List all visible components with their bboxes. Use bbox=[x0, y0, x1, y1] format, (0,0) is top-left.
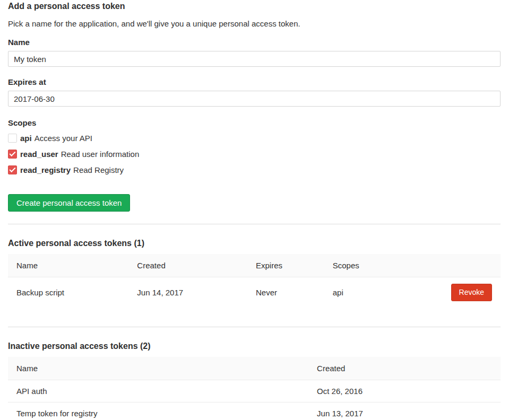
token-created-cell: Jun 13, 2017 bbox=[308, 402, 501, 420]
column-header-name: Name bbox=[8, 254, 128, 277]
page-description: Pick a name for the application, and we'… bbox=[8, 18, 501, 29]
scope-row-read-user: read_user Read user information bbox=[8, 150, 501, 159]
expires-at-label: Expires at bbox=[8, 77, 501, 86]
inactive-tokens-table: Name Created API auth Oct 26, 2016 Temp … bbox=[8, 357, 501, 420]
token-created-cell: Oct 26, 2016 bbox=[308, 380, 501, 402]
token-name-cell: API auth bbox=[8, 380, 308, 402]
create-token-button[interactable]: Create personal access token bbox=[8, 194, 130, 212]
active-tokens-header-row: Name Created Expires Scopes bbox=[8, 254, 501, 277]
inactive-tokens-title: Inactive personal access tokens (2) bbox=[8, 342, 501, 351]
active-tokens-title: Active personal access tokens (1) bbox=[8, 239, 501, 248]
revoke-button[interactable]: Revoke bbox=[451, 284, 492, 301]
page-title: Add a personal access token bbox=[8, 1, 501, 12]
scope-row-read-registry: read_registry Read Registry bbox=[8, 165, 501, 174]
column-header-expires: Expires bbox=[247, 254, 324, 277]
name-input[interactable] bbox=[8, 51, 501, 67]
section-divider bbox=[8, 327, 501, 327]
scopes-label: Scopes bbox=[8, 118, 501, 127]
table-row: API auth Oct 26, 2016 bbox=[8, 380, 501, 402]
column-header-actions bbox=[419, 254, 501, 277]
scope-description: Read Registry bbox=[73, 165, 124, 174]
name-form-group: Name bbox=[8, 38, 501, 67]
scope-description: Access your API bbox=[34, 134, 92, 143]
token-name-cell: Backup script bbox=[8, 277, 128, 308]
name-label: Name bbox=[8, 38, 501, 47]
personal-access-tokens-page: Add a personal access token Pick a name … bbox=[0, 0, 509, 420]
token-name-cell: Temp token for registry bbox=[8, 402, 308, 420]
active-tokens-table: Name Created Expires Scopes Backup scrip… bbox=[8, 254, 501, 308]
table-row: Backup script Jun 14, 2017 Never api Rev… bbox=[8, 277, 501, 308]
scope-checkbox-read-registry[interactable] bbox=[8, 165, 17, 174]
scope-row-api: api Access your API bbox=[8, 134, 501, 143]
inactive-tokens-header-row: Name Created bbox=[8, 357, 501, 380]
token-expires-cell: Never bbox=[247, 277, 324, 308]
section-divider bbox=[8, 224, 501, 224]
scope-name: read_registry bbox=[20, 165, 71, 174]
column-header-created: Created bbox=[128, 254, 247, 277]
scope-checkbox-read-user[interactable] bbox=[8, 150, 17, 159]
column-header-name: Name bbox=[8, 357, 308, 380]
expires-at-input[interactable] bbox=[8, 91, 501, 107]
scope-name: api bbox=[20, 134, 32, 143]
expires-form-group: Expires at bbox=[8, 77, 501, 107]
scope-name: read_user bbox=[20, 150, 58, 159]
column-header-created: Created bbox=[308, 357, 501, 380]
token-created-cell: Jun 14, 2017 bbox=[128, 277, 247, 308]
column-header-scopes: Scopes bbox=[324, 254, 419, 277]
token-action-cell: Revoke bbox=[419, 277, 501, 308]
scope-checkbox-api[interactable] bbox=[8, 134, 17, 143]
table-row: Temp token for registry Jun 13, 2017 bbox=[8, 402, 501, 420]
scope-description: Read user information bbox=[61, 150, 140, 159]
token-scopes-cell: api bbox=[324, 277, 419, 308]
